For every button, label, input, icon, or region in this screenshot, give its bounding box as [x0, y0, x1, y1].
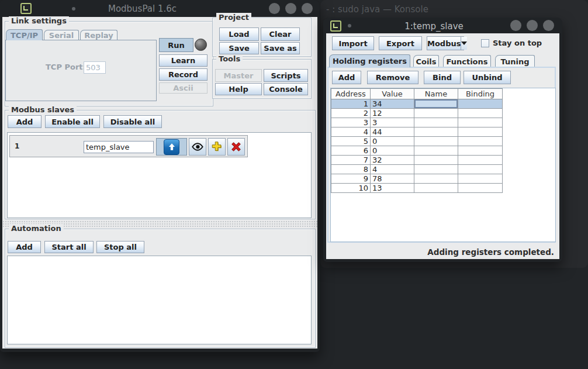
learn-button[interactable]: Learn	[159, 54, 207, 67]
automation-list	[7, 256, 312, 344]
enable-all-button[interactable]: Enable all	[45, 115, 100, 128]
table-header-row: Address Value Name Binding	[331, 89, 503, 99]
table-row[interactable]: 5 0	[331, 137, 503, 146]
ascii-button: Ascii	[159, 82, 207, 94]
register-remove-button[interactable]: Remove	[367, 71, 418, 84]
save-button[interactable]: Save	[219, 42, 259, 54]
window-button-icon[interactable]	[543, 20, 554, 31]
modbuspal-window: ModbusPal 1.6c Link settings TCP/IP Seri…	[0, 0, 320, 352]
window-button-icon[interactable]	[302, 3, 313, 14]
table-row[interactable]: 7 32	[331, 156, 503, 165]
eye-icon	[191, 140, 204, 153]
start-all-button[interactable]: Start all	[44, 241, 94, 253]
record-button[interactable]: Record	[159, 68, 207, 81]
mode-combobox[interactable]: Modbus	[427, 36, 464, 50]
window-button-icon[interactable]	[527, 20, 538, 31]
stay-on-top-checkbox[interactable]	[481, 39, 489, 47]
automation-title: Automation	[9, 224, 64, 233]
chevron-down-icon[interactable]	[461, 37, 467, 50]
registers-scrollpane[interactable]: Address Value Name Binding 1 34 2	[330, 88, 556, 242]
export-button[interactable]: Export	[379, 36, 422, 50]
tab-tuning[interactable]: Tuning	[495, 55, 535, 67]
col-address[interactable]: Address	[331, 89, 371, 99]
automation-add-button[interactable]: Add	[8, 241, 41, 253]
scripts-button[interactable]: Scripts	[264, 69, 308, 82]
tab-functions[interactable]: Functions	[443, 55, 491, 67]
master-button: Master	[215, 69, 262, 82]
slave-duplicate-button[interactable]	[208, 138, 226, 156]
table-row[interactable]: 6 0	[331, 146, 503, 156]
focused-cell[interactable]	[414, 99, 458, 109]
clear-button[interactable]: Clear	[261, 27, 300, 41]
table-row[interactable]: 4 44	[331, 127, 503, 137]
table-row[interactable]: 8 4	[331, 165, 503, 174]
help-button[interactable]: Help	[215, 83, 262, 95]
disable-all-button[interactable]: Disable all	[103, 115, 162, 128]
yellow-plus-icon	[210, 140, 223, 153]
window-button-icon[interactable]	[510, 20, 521, 31]
tcp-port-label: TCP Port:	[46, 63, 86, 71]
stay-on-top-label: Stay on top	[493, 39, 542, 47]
slave-delete-button[interactable]	[227, 138, 245, 156]
register-unbind-button[interactable]: Unbind	[464, 71, 511, 84]
slave-view-button[interactable]	[189, 138, 206, 156]
table-row[interactable]: 2 12	[331, 109, 503, 118]
slave-name-field[interactable]	[84, 141, 154, 153]
window-controls	[269, 3, 313, 14]
desktop: - : sudo java — Konsole ModbusPal 1.6c L…	[0, 0, 588, 369]
tab-holding-registers[interactable]: Holding registers	[329, 54, 410, 67]
window-button-icon[interactable]	[285, 3, 296, 14]
stop-all-button[interactable]: Stop all	[96, 241, 144, 253]
import-button[interactable]: Import	[332, 36, 374, 50]
link-status-led-icon	[195, 39, 207, 51]
table-row[interactable]: 10 13	[331, 184, 503, 193]
red-x-icon	[230, 140, 243, 153]
status-bar: Adding registers completed.	[326, 244, 559, 259]
registers-table: Address Value Name Binding 1 34 2	[331, 88, 503, 193]
slaves-add-button[interactable]: Add	[8, 115, 41, 128]
col-binding[interactable]: Binding	[458, 89, 503, 99]
console-button[interactable]: Console	[264, 83, 308, 95]
register-add-button[interactable]: Add	[332, 71, 361, 84]
tools-title: Tools	[216, 54, 243, 63]
slave-enable-toggle[interactable]	[156, 138, 187, 156]
table-row[interactable]: 3 3	[331, 118, 503, 127]
project-title: Project	[216, 13, 251, 22]
tab-serial[interactable]: Serial	[44, 30, 79, 40]
window-button-icon[interactable]	[269, 3, 280, 14]
tab-coils[interactable]: Coils	[413, 55, 439, 67]
tab-replay[interactable]: Replay	[80, 30, 117, 40]
col-name[interactable]: Name	[414, 89, 458, 99]
link-settings-title: Link settings	[9, 16, 69, 25]
table-row[interactable]: 9 78	[331, 174, 503, 184]
konsole-window-title: - : sudo java — Konsole	[326, 4, 428, 15]
save-as-button[interactable]: Save as	[261, 42, 300, 54]
register-bind-button[interactable]: Bind	[424, 71, 461, 84]
slave-id: 1	[15, 142, 19, 150]
up-arrow-icon	[164, 139, 179, 155]
modbus-slaves-title: Modbus slaves	[9, 105, 77, 114]
combobox-value: Modbus	[427, 37, 461, 50]
window-controls	[510, 20, 554, 31]
load-button[interactable]: Load	[219, 27, 259, 41]
run-button[interactable]: Run	[159, 38, 193, 52]
tab-tcpip[interactable]: TCP/IP	[6, 29, 43, 40]
slave-editor-window: 1:temp_slave Import Export Modbus Stay o…	[323, 18, 562, 262]
table-row[interactable]: 1 34	[331, 99, 503, 109]
col-value[interactable]: Value	[371, 89, 414, 99]
tcp-port-field[interactable]	[84, 61, 106, 74]
